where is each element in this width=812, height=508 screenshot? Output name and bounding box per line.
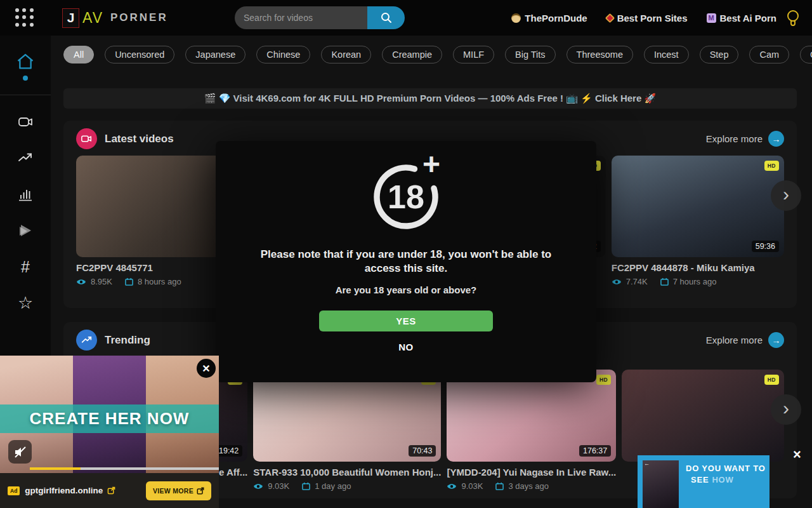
chip-chinese[interactable]: Chinese	[256, 46, 310, 64]
close-icon: ×	[793, 446, 801, 462]
eye-icon	[253, 483, 263, 490]
view-count: 8.95K	[91, 277, 112, 286]
mute-button[interactable]	[8, 440, 32, 464]
upload-age: 7 hours ago	[673, 277, 717, 286]
sidebar-item-tags[interactable]: #	[16, 257, 35, 276]
yes-button[interactable]: YES	[319, 311, 493, 331]
theme-toggle[interactable]	[785, 9, 801, 29]
video-card: HD 70:43 STAR-933 10,000 Beautiful Women…	[253, 370, 441, 491]
chip-step[interactable]: Step	[700, 46, 739, 64]
active-indicator-dot	[23, 76, 28, 81]
ad-line2-how: HOW	[712, 475, 733, 485]
sidebar-item-home[interactable]	[16, 52, 35, 81]
logo-j: J	[62, 8, 79, 28]
calendar-icon	[660, 277, 669, 286]
ad-close-button[interactable]: ✕	[197, 359, 216, 378]
explore-label: Explore more	[706, 335, 763, 345]
close-icon: ✕	[202, 363, 210, 375]
advertiser-link[interactable]: gptgirlfriend.online	[25, 486, 103, 495]
bar-chart-icon	[17, 186, 34, 203]
sidebar-item-videos[interactable]	[16, 112, 35, 131]
view-more-button[interactable]: VIEW MORE	[146, 481, 211, 500]
explore-more-trending[interactable]: Explore more →	[706, 332, 784, 348]
bottom-right-ad[interactable]: ← DO YOU WANT TO SEEHOW	[638, 455, 769, 508]
chevron-right-icon: ›	[783, 184, 789, 205]
chip-other[interactable]: Other	[800, 46, 812, 64]
video-thumbnail[interactable]: HD 59:36	[612, 156, 784, 257]
explore-more-latest[interactable]: Explore more →	[706, 131, 784, 147]
eighteen-plus-icon: 18 +	[365, 154, 447, 236]
chip-uncensored[interactable]: Uncensored	[105, 46, 174, 64]
calendar-icon	[495, 482, 504, 490]
age-verification-modal: 18 + Please note that if you are under 1…	[216, 141, 596, 382]
chip-japanese[interactable]: Japanese	[185, 46, 246, 64]
video-thumbnail[interactable]: HD	[622, 370, 784, 462]
promo-banner[interactable]: 🎬 💎 Visit 4K69.com for 4K FULL HD Premiu…	[63, 88, 797, 109]
link-theporndude[interactable]: ThePornDude	[511, 13, 587, 23]
calendar-icon	[302, 482, 310, 490]
sidebar-item-playlists[interactable]	[16, 221, 35, 240]
video-title[interactable]: STAR-933 10,000 Beautiful Women Honj...	[253, 467, 441, 478]
sidebar-item-rankings[interactable]	[16, 185, 35, 204]
ad-line2-see: SEE	[691, 475, 709, 485]
view-count: 9.03K	[461, 481, 483, 491]
video-card: HD 59:36 FC2PPV 4844878 - Miku Kamiya 7.…	[612, 156, 784, 286]
link-best-ai-porn[interactable]: M Best Ai Porn	[707, 13, 776, 23]
chip-korean[interactable]: Korean	[321, 46, 371, 64]
video-thumbnail[interactable]: HD 176:37	[447, 370, 616, 462]
header-links: ThePornDude Best Porn Sites M Best Ai Po…	[511, 0, 776, 36]
link-label: ThePornDude	[525, 13, 587, 23]
link-label: Best Ai Porn	[720, 13, 776, 23]
ad-overlay-text: CREATE HER NOW	[30, 409, 190, 429]
chip-threesome[interactable]: Threesome	[566, 46, 633, 64]
top-header: J AV PORNER ThePornDude Best Porn Sites …	[0, 0, 812, 36]
ad-progress-fill	[30, 467, 81, 470]
site-logo[interactable]: J AV PORNER	[62, 8, 168, 28]
apps-grid-icon[interactable]	[15, 8, 34, 27]
ad-progress-bar[interactable]	[30, 467, 219, 470]
link-best-porn-sites[interactable]: Best Porn Sites	[606, 13, 688, 23]
chip-cam[interactable]: Cam	[749, 46, 789, 64]
external-link-icon[interactable]	[107, 486, 115, 495]
video-title[interactable]: FC2PPV 4844878 - Miku Kamiya	[612, 262, 784, 273]
category-chips: All Uncensored Japanese Chinese Korean C…	[63, 46, 797, 64]
view-count: 9.03K	[268, 481, 289, 491]
search-button[interactable]	[367, 6, 405, 29]
trending-icon	[76, 330, 97, 351]
video-thumbnail[interactable]: HD 70:43	[253, 370, 441, 462]
trending-carousel-next-button[interactable]: ›	[771, 394, 801, 425]
video-title[interactable]: [YMDD-204] Yui Nagase In Live Raw...	[447, 467, 616, 478]
muted-speaker-icon	[13, 445, 27, 459]
play-icon	[17, 222, 34, 239]
video-ad: CREATE HER NOW ✕ Ad gptgirlfriend.online…	[0, 356, 219, 508]
sidebar-item-trending[interactable]	[16, 149, 35, 168]
home-icon	[16, 52, 35, 71]
search-input[interactable]	[235, 6, 367, 29]
section-title: Latest videos	[105, 133, 174, 145]
video-meta: 7.74K 7 hours ago	[612, 277, 784, 286]
chip-creampie[interactable]: Creampie	[382, 46, 442, 64]
no-button[interactable]: NO	[216, 342, 596, 352]
chip-big-tits[interactable]: Big Tits	[505, 46, 556, 64]
search-icon	[380, 11, 393, 24]
ad-video-area[interactable]: CREATE HER NOW ✕	[0, 356, 219, 473]
back-arrow-icon: ←	[644, 460, 650, 467]
chip-all[interactable]: All	[63, 46, 94, 64]
chip-milf[interactable]: MILF	[453, 46, 494, 64]
trending-up-icon	[81, 335, 92, 345]
logo-av: AV	[82, 10, 103, 27]
eye-icon	[612, 278, 622, 286]
chip-incest[interactable]: Incest	[644, 46, 689, 64]
eighteen-text: 18	[388, 178, 424, 215]
ad-overlay-band: CREATE HER NOW	[0, 404, 219, 433]
ad-close-button[interactable]: ×	[793, 448, 801, 462]
search-bar	[235, 6, 405, 29]
sidebar-item-favorites[interactable]: ☆	[16, 293, 35, 312]
upload-age: 8 hours ago	[138, 277, 181, 286]
eye-icon	[447, 483, 457, 490]
sidebar-divider	[0, 95, 51, 95]
latest-carousel-next-button[interactable]: ›	[771, 180, 801, 211]
eye-icon	[76, 278, 86, 286]
duration-badge: 176:37	[579, 445, 611, 457]
ad-badge: Ad	[8, 486, 20, 495]
